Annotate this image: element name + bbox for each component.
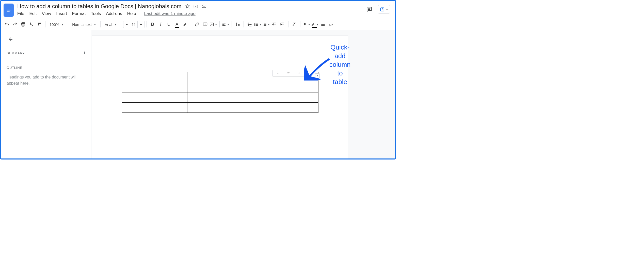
- svg-rect-1: [7, 10, 11, 10]
- insert-image-button[interactable]: ▼: [210, 21, 217, 28]
- menu-file[interactable]: File: [17, 11, 24, 16]
- document-title[interactable]: How to add a column to tables in Google …: [17, 3, 182, 10]
- decrease-indent-button[interactable]: [270, 21, 278, 28]
- svg-point-24: [254, 24, 255, 25]
- chevron-down-icon: ▼: [259, 23, 262, 26]
- move-icon[interactable]: [193, 4, 198, 9]
- decrease-font-button[interactable]: −: [123, 21, 130, 28]
- spellcheck-button[interactable]: [27, 21, 35, 28]
- highlight-color-button[interactable]: [181, 21, 189, 28]
- add-summary-button[interactable]: +: [83, 50, 86, 56]
- chevron-down-icon: ▼: [316, 23, 319, 26]
- border-width-button[interactable]: [319, 21, 327, 28]
- zoom-value: 100%: [50, 22, 59, 27]
- zoom-select[interactable]: 100%▼: [47, 21, 66, 28]
- svg-text:3: 3: [263, 25, 263, 26]
- chevron-down-icon: ▼: [114, 23, 117, 26]
- increase-indent-button[interactable]: [279, 21, 286, 28]
- outline-sidebar: SUMMARY + OUTLINE Headings you add to th…: [1, 30, 91, 158]
- font-value: Arial: [105, 22, 112, 27]
- collapse-sidebar-button[interactable]: [7, 36, 14, 43]
- chevron-down-icon: ▼: [61, 23, 64, 26]
- title-bar: How to add a column to tables in Google …: [1, 1, 395, 17]
- menu-tools[interactable]: Tools: [91, 11, 101, 16]
- underline-button[interactable]: U: [165, 21, 173, 28]
- menu-format[interactable]: Format: [72, 11, 86, 16]
- redo-button[interactable]: [11, 21, 19, 28]
- document-table[interactable]: [122, 72, 318, 113]
- svg-rect-2: [7, 11, 10, 12]
- chevron-down-icon: ▼: [268, 23, 270, 26]
- last-edit-link[interactable]: Last edit was 1 minute ago: [144, 11, 196, 16]
- undo-button[interactable]: [3, 21, 11, 28]
- sidebar-divider: [7, 61, 86, 61]
- add-column-button[interactable]: +: [298, 71, 300, 75]
- svg-point-25: [254, 25, 255, 26]
- checklist-button[interactable]: [246, 21, 253, 28]
- menu-addons[interactable]: Add-ons: [106, 11, 122, 16]
- chevron-down-icon: ▼: [227, 23, 230, 26]
- menu-edit[interactable]: Edit: [29, 11, 37, 16]
- increase-font-button[interactable]: +: [138, 21, 144, 28]
- svg-marker-3: [185, 4, 190, 8]
- font-size-control: − +: [123, 21, 144, 28]
- svg-point-13: [211, 24, 211, 24]
- text-color-button[interactable]: A: [173, 21, 181, 28]
- summary-heading: SUMMARY: [7, 51, 25, 55]
- insert-link-button[interactable]: [193, 21, 201, 28]
- font-family-select[interactable]: Arial▼: [103, 21, 119, 28]
- fill-color-button[interactable]: ▼: [302, 21, 310, 28]
- table-row: [122, 103, 318, 113]
- menu-insert[interactable]: Insert: [56, 11, 67, 16]
- table-row: [122, 82, 318, 92]
- italic-button[interactable]: I: [157, 21, 165, 28]
- cloud-status-icon[interactable]: [201, 4, 206, 9]
- share-button[interactable]: ▼: [378, 5, 390, 14]
- style-value: Normal text: [72, 22, 92, 27]
- document-canvas[interactable]: ⠿ + ▼ Quick-add column to table: [91, 30, 395, 158]
- chevron-down-icon: ▼: [386, 8, 388, 11]
- chevron-down-icon: ▼: [308, 23, 310, 26]
- sort-icon[interactable]: [286, 72, 291, 75]
- menu-help[interactable]: Help: [127, 11, 136, 16]
- comments-button[interactable]: [365, 5, 373, 13]
- annotation-label: Quick-add column to table: [329, 43, 351, 86]
- document-page[interactable]: ⠿ + ▼ Quick-add column to table: [92, 36, 348, 158]
- chevron-down-icon: ▼: [94, 23, 96, 26]
- menu-view[interactable]: View: [42, 11, 51, 16]
- insert-comment-button[interactable]: [201, 21, 209, 28]
- align-button[interactable]: ▼: [222, 21, 230, 28]
- drag-handle-icon[interactable]: ⠿: [277, 71, 279, 75]
- svg-point-23: [254, 23, 255, 23]
- quick-add-column-control[interactable]: ⠿ +: [272, 70, 304, 76]
- outline-heading: OUTLINE: [7, 66, 86, 70]
- table-row: [122, 92, 318, 103]
- numbered-list-button[interactable]: 123▼: [262, 21, 270, 28]
- svg-rect-0: [7, 9, 11, 9]
- border-color-button[interactable]: ▼: [311, 21, 319, 28]
- app-logo[interactable]: [4, 4, 14, 17]
- table-options-handle[interactable]: ▼: [315, 73, 320, 78]
- print-button[interactable]: [19, 21, 27, 28]
- outline-empty-hint: Headings you add to the document will ap…: [7, 74, 86, 86]
- bold-button[interactable]: B: [149, 21, 156, 28]
- border-style-button[interactable]: [327, 21, 335, 28]
- clear-formatting-button[interactable]: [291, 21, 298, 28]
- paragraph-style-select[interactable]: Normal text▼: [70, 21, 98, 28]
- paint-format-button[interactable]: [36, 21, 43, 28]
- chevron-down-icon: ▼: [215, 23, 217, 26]
- formatting-toolbar: 100%▼ Normal text▼ Arial▼ − + B I U A ▼ …: [1, 19, 395, 30]
- bulleted-list-button[interactable]: ▼: [254, 21, 262, 28]
- star-icon[interactable]: [185, 4, 190, 9]
- menu-bar: File Edit View Insert Format Tools Add-o…: [17, 11, 362, 16]
- line-spacing-button[interactable]: [234, 21, 241, 28]
- font-size-input[interactable]: [130, 21, 138, 28]
